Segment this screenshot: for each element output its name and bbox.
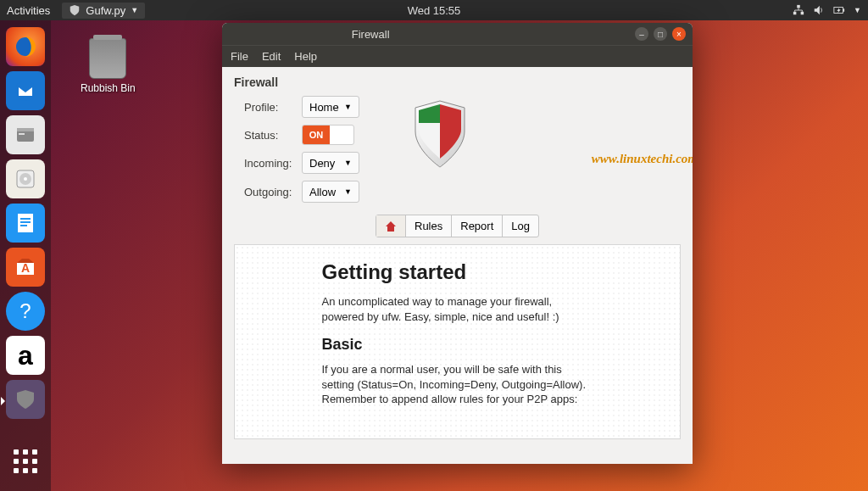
launcher-dock: A ? a <box>0 20 51 491</box>
titlebar[interactable]: Firewall – □ × <box>222 23 693 45</box>
chevron-down-icon: ▼ <box>344 103 352 111</box>
content-panel: Getting started An uncomplicated way to … <box>234 244 681 439</box>
svg-rect-1 <box>793 12 797 15</box>
trash-desktop-icon[interactable]: Rubbish Bin <box>81 38 136 94</box>
svg-rect-2 <box>801 12 804 15</box>
svg-rect-4 <box>843 8 844 12</box>
tab-log[interactable]: Log <box>503 215 538 237</box>
basic-paragraph: If you are a normal user, you will be sa… <box>322 362 593 407</box>
activities-button[interactable]: Activities <box>7 4 50 17</box>
files-icon[interactable] <box>6 115 45 154</box>
system-menu-icon[interactable]: ▼ <box>854 6 861 14</box>
top-bar: Activities Gufw.py ▼ Wed 15:55 ▼ <box>0 0 868 20</box>
profile-dropdown[interactable]: Home ▼ <box>302 96 359 118</box>
trash-label: Rubbish Bin <box>81 82 136 94</box>
getting-started-heading: Getting started <box>322 260 593 284</box>
basic-heading: Basic <box>322 336 593 354</box>
shield-icon <box>410 99 470 169</box>
close-button[interactable]: × <box>672 27 686 41</box>
app-menu-label: Gufw.py <box>86 4 125 17</box>
tab-home[interactable] <box>376 215 406 237</box>
shield-small-icon <box>69 4 81 16</box>
show-applications-button[interactable] <box>6 442 45 481</box>
svg-text:A: A <box>21 261 30 275</box>
svg-rect-14 <box>20 218 31 220</box>
menu-help[interactable]: Help <box>294 50 317 63</box>
svg-rect-16 <box>20 225 27 226</box>
tab-report[interactable]: Report <box>452 215 503 237</box>
battery-icon[interactable] <box>833 4 845 16</box>
minimize-button[interactable]: – <box>635 27 648 41</box>
app-menu[interactable]: Gufw.py ▼ <box>62 3 145 19</box>
thunderbird-icon[interactable] <box>6 71 45 110</box>
incoming-label: Incoming: <box>234 157 293 170</box>
gufw-launcher-icon[interactable] <box>6 380 45 419</box>
firewall-window: Firewall – □ × File Edit Help Firewall P… <box>222 23 693 464</box>
chevron-down-icon: ▼ <box>344 187 352 196</box>
svg-point-12 <box>24 177 27 181</box>
help-icon[interactable]: ? <box>6 292 45 331</box>
home-icon <box>385 220 397 232</box>
menu-file[interactable]: File <box>231 50 248 63</box>
libreoffice-writer-icon[interactable] <box>6 204 45 243</box>
profile-label: Profile: <box>234 101 293 114</box>
chevron-down-icon: ▼ <box>131 6 138 14</box>
chevron-down-icon: ▼ <box>344 159 352 167</box>
amazon-icon[interactable]: a <box>6 336 45 375</box>
svg-rect-9 <box>19 133 25 135</box>
ubuntu-software-icon[interactable]: A <box>6 248 45 287</box>
menubar: File Edit Help <box>222 45 693 67</box>
network-icon[interactable] <box>793 4 804 16</box>
intro-paragraph: An uncomplicated way to manage your fire… <box>322 294 593 324</box>
watermark-text: www.linuxtechi.com <box>592 152 693 166</box>
outgoing-label: Outgoing: <box>234 186 293 198</box>
incoming-dropdown[interactable]: Deny ▼ <box>302 152 359 174</box>
status-toggle[interactable]: ON <box>302 125 354 145</box>
volume-icon[interactable] <box>813 4 825 16</box>
tab-rules[interactable]: Rules <box>406 215 452 237</box>
disk-utility-icon[interactable] <box>6 159 45 198</box>
svg-point-6 <box>15 81 36 101</box>
svg-rect-0 <box>797 5 800 8</box>
svg-rect-15 <box>20 221 31 223</box>
menu-edit[interactable]: Edit <box>262 50 281 63</box>
outgoing-dropdown[interactable]: Allow ▼ <box>302 181 359 203</box>
window-title: Firewall <box>352 28 390 41</box>
firefox-icon[interactable] <box>6 27 45 66</box>
status-label: Status: <box>234 129 293 142</box>
clock[interactable]: Wed 15:55 <box>408 4 461 17</box>
tab-bar: Rules Report Log <box>376 215 539 237</box>
svg-rect-8 <box>17 128 34 131</box>
trash-icon <box>89 38 126 79</box>
section-heading: Firewall <box>234 75 681 89</box>
maximize-button[interactable]: □ <box>654 27 667 41</box>
